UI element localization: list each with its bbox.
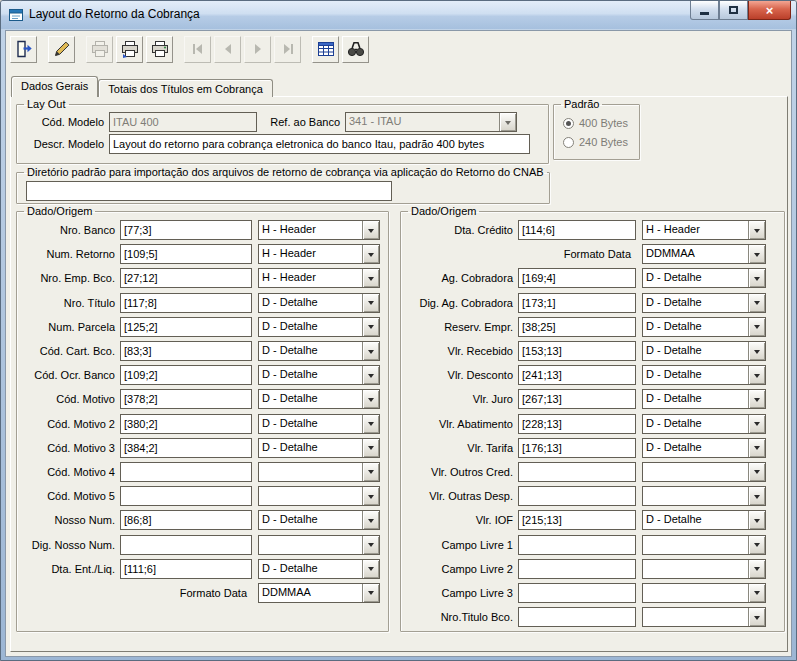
combo-arrow-icon[interactable] xyxy=(362,536,379,554)
combo-arrow-icon[interactable] xyxy=(748,415,765,433)
position-input[interactable] xyxy=(120,535,252,555)
position-input[interactable] xyxy=(518,293,636,313)
origin-combo[interactable] xyxy=(642,462,766,482)
origin-combo[interactable] xyxy=(642,607,766,627)
print-export-button[interactable] xyxy=(116,36,143,63)
position-input[interactable] xyxy=(120,389,252,409)
origin-combo[interactable]: D - Detalhe xyxy=(642,293,766,313)
combo-arrow-icon[interactable] xyxy=(362,511,379,529)
combo-arrow-icon[interactable] xyxy=(362,463,379,481)
position-input[interactable] xyxy=(518,268,636,288)
combo-arrow-icon[interactable] xyxy=(748,560,765,578)
tab-dados-gerais[interactable]: Dados Gerais xyxy=(11,76,98,97)
position-input[interactable] xyxy=(120,486,252,506)
tab-totais-titulos[interactable]: Totais dos Títulos em Cobrança xyxy=(98,79,272,97)
position-input[interactable] xyxy=(518,341,636,361)
origin-combo[interactable]: D - Detalhe xyxy=(258,438,380,458)
position-input[interactable] xyxy=(120,559,252,579)
combo-arrow-icon[interactable] xyxy=(748,366,765,384)
position-input[interactable] xyxy=(518,510,636,530)
origin-combo[interactable] xyxy=(642,535,766,555)
combo-arrow-icon[interactable] xyxy=(362,342,379,360)
origin-combo[interactable]: D - Detalhe xyxy=(258,389,380,409)
origin-combo[interactable] xyxy=(258,535,380,555)
combo-arrow-icon[interactable] xyxy=(362,245,379,263)
position-input[interactable] xyxy=(518,220,636,240)
origin-combo[interactable]: H - Header xyxy=(258,268,380,288)
position-input[interactable] xyxy=(120,365,252,385)
combo-arrow-icon[interactable] xyxy=(748,269,765,287)
position-input[interactable] xyxy=(120,317,252,337)
grid-view-button[interactable] xyxy=(312,36,339,63)
origin-combo[interactable]: D - Detalhe xyxy=(258,293,380,313)
origin-combo[interactable]: H - Header xyxy=(642,220,766,240)
combo-arrow-icon[interactable] xyxy=(748,608,765,626)
position-input[interactable] xyxy=(120,510,252,530)
origin-combo[interactable] xyxy=(258,462,380,482)
exit-button[interactable] xyxy=(10,36,37,63)
origin-combo[interactable] xyxy=(258,486,380,506)
origin-combo[interactable] xyxy=(642,559,766,579)
position-input[interactable] xyxy=(120,414,252,434)
combo-arrow-icon[interactable] xyxy=(362,221,379,239)
position-input[interactable] xyxy=(120,438,252,458)
origin-combo[interactable]: DDMMAA xyxy=(258,583,380,603)
combo-arrow-icon[interactable] xyxy=(748,390,765,408)
position-input[interactable] xyxy=(120,244,252,264)
origin-combo[interactable]: D - Detalhe xyxy=(258,365,380,385)
position-input[interactable] xyxy=(518,486,636,506)
position-input[interactable] xyxy=(518,607,636,627)
origin-combo[interactable]: D - Detalhe xyxy=(642,317,766,337)
combo-arrow-icon[interactable] xyxy=(748,463,765,481)
maximize-button[interactable] xyxy=(719,1,748,20)
origin-combo[interactable]: D - Detalhe xyxy=(642,510,766,530)
titlebar[interactable]: Layout do Retorno da Cobrança × xyxy=(1,1,796,29)
descr-modelo-input[interactable] xyxy=(109,134,530,154)
combo-arrow-icon[interactable] xyxy=(748,342,765,360)
combo-arrow-icon[interactable] xyxy=(362,294,379,312)
origin-combo[interactable]: D - Detalhe xyxy=(258,414,380,434)
origin-combo[interactable] xyxy=(642,486,766,506)
combo-arrow-icon[interactable] xyxy=(362,584,379,602)
origin-combo[interactable]: D - Detalhe xyxy=(642,414,766,434)
close-button[interactable]: × xyxy=(748,1,791,20)
search-button[interactable] xyxy=(342,36,369,63)
origin-combo[interactable]: D - Detalhe xyxy=(642,365,766,385)
combo-arrow-icon[interactable] xyxy=(362,439,379,457)
combo-arrow-icon[interactable] xyxy=(748,487,765,505)
combo-arrow-icon[interactable] xyxy=(748,294,765,312)
combo-arrow-icon[interactable] xyxy=(748,584,765,602)
minimize-button[interactable] xyxy=(690,1,719,20)
origin-combo[interactable]: D - Detalhe xyxy=(258,317,380,337)
origin-combo[interactable]: D - Detalhe xyxy=(642,438,766,458)
combo-arrow-icon[interactable] xyxy=(362,390,379,408)
position-input[interactable] xyxy=(120,462,252,482)
origin-combo[interactable]: H - Header xyxy=(258,244,380,264)
origin-combo[interactable] xyxy=(642,583,766,603)
diretorio-input[interactable] xyxy=(26,181,392,201)
position-input[interactable] xyxy=(518,438,636,458)
position-input[interactable] xyxy=(120,341,252,361)
combo-arrow-icon[interactable] xyxy=(362,487,379,505)
combo-arrow-icon[interactable] xyxy=(362,318,379,336)
position-input[interactable] xyxy=(518,414,636,434)
combo-arrow-icon[interactable] xyxy=(362,269,379,287)
edit-button[interactable] xyxy=(48,36,75,63)
position-input[interactable] xyxy=(120,268,252,288)
position-input[interactable] xyxy=(518,535,636,555)
position-input[interactable] xyxy=(518,317,636,337)
origin-combo[interactable]: D - Detalhe xyxy=(642,389,766,409)
origin-combo[interactable]: DDMMAA xyxy=(642,244,766,264)
combo-arrow-icon[interactable] xyxy=(362,415,379,433)
origin-combo[interactable]: D - Detalhe xyxy=(258,510,380,530)
combo-arrow-icon[interactable] xyxy=(748,221,765,239)
combo-arrow-icon[interactable] xyxy=(362,560,379,578)
position-input[interactable] xyxy=(518,365,636,385)
origin-combo[interactable]: D - Detalhe xyxy=(642,341,766,361)
combo-arrow-icon[interactable] xyxy=(748,511,765,529)
origin-combo[interactable]: H - Header xyxy=(258,220,380,240)
print-report-button[interactable] xyxy=(146,36,173,63)
position-input[interactable] xyxy=(120,293,252,313)
combo-arrow-icon[interactable] xyxy=(748,245,765,263)
position-input[interactable] xyxy=(518,559,636,579)
